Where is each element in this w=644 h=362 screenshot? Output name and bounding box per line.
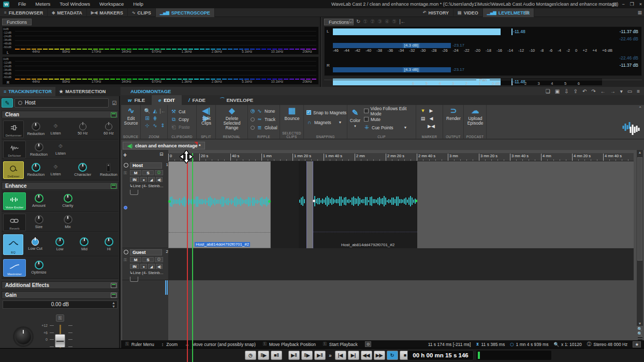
tab-master-section[interactable]: ★MASTERSECTION (55, 87, 109, 96)
guest-track-lane[interactable] (168, 248, 634, 280)
eq-mid-knob[interactable]: Mid (75, 237, 94, 251)
eq-lowcut-button[interactable]: Low Cut (25, 238, 45, 251)
clip-unselected[interactable]: Host_ab814dd4792f0701_#2 (313, 161, 417, 248)
go-start-button[interactable]: |◀ (335, 351, 346, 360)
track-select-icon[interactable] (124, 163, 128, 168)
time-ruler[interactable]: 020 s40 s1 mn1 mn 20 s1 mn 40 s2 mn2 mn … (168, 153, 634, 161)
timecode-button[interactable]: ◷ (245, 351, 256, 360)
trim-icon[interactable] (130, 277, 138, 282)
marker-list-icon[interactable]: ▤ (419, 116, 427, 124)
track-name[interactable]: Guest (130, 249, 162, 255)
effects-button[interactable]: ⏣ (155, 257, 163, 262)
reverb-tile[interactable]: Reverb (3, 214, 26, 231)
lm-toolbar-icon[interactable]: ↻ (356, 19, 360, 24)
rewind-button[interactable]: ◀◀ (361, 351, 372, 360)
window-icon[interactable] (111, 283, 116, 288)
snap-to-magnets-checkbox[interactable]: Snap to Magnets (306, 109, 346, 116)
clip-label[interactable]: Host_ab814dd4792f0701_#2 (341, 243, 394, 247)
selection-range-value[interactable]: 11 s 174 ms [-211 ms] (428, 342, 471, 347)
dehummer-tile[interactable]: DeHummer (3, 120, 24, 138)
speaker-icon[interactable]: ◀) (156, 264, 163, 269)
clip-label[interactable]: Host_ab814dd4792f0701_#2 (195, 242, 250, 247)
zoom-factor[interactable]: 🔍x 1: 10120 (553, 342, 581, 347)
quick-icon[interactable]: ← (601, 88, 606, 94)
marker-next-icon[interactable]: ▶ (427, 108, 435, 116)
clip-fragment[interactable] (299, 161, 306, 248)
window-icon[interactable] (111, 112, 116, 117)
window-close-icon[interactable]: × (639, 0, 642, 8)
record-icon[interactable]: ● (140, 264, 147, 269)
lock-icon[interactable]: ⚿ (124, 171, 127, 176)
pan-knob[interactable] (14, 328, 32, 345)
lm-toolbar-icon[interactable]: ② (370, 19, 375, 24)
dehummer-60hz-button[interactable]: 60 Hz (99, 123, 119, 135)
deesser-reduction-knob[interactable]: Reduction (26, 163, 46, 177)
mute-checkbox[interactable]: Mute (364, 116, 416, 123)
quick-icon[interactable]: ↷ (591, 88, 595, 94)
tab-spectroscope[interactable]: ▁▄▆SPECTROSCOPE (156, 8, 215, 17)
zoom-clip-icon[interactable]: ◭ (151, 108, 159, 115)
quick-icon[interactable]: ⇪ (574, 88, 578, 94)
window-icon[interactable] (111, 293, 116, 298)
zoom-selection-icon[interactable]: 🔍 (143, 108, 151, 115)
clip-handle[interactable] (313, 200, 315, 202)
track-select-icon[interactable] (124, 250, 128, 254)
clip-handle[interactable] (168, 200, 171, 203)
section-additional-effects[interactable]: Additional Effects (2, 281, 119, 289)
gain-fader-handle[interactable] (55, 334, 65, 348)
trim-icon[interactable] (130, 190, 138, 195)
video-follows-edit-checkbox[interactable]: Video Follows Edit Mode (364, 108, 416, 114)
zoom-fit-icon[interactable]: ⊞ (143, 115, 151, 123)
montage-document-tab[interactable]: ◀)clean and enhance montage * (123, 142, 205, 149)
delete-selected-range-button[interactable]: ◆Delete Selected Range (217, 107, 246, 130)
quick-icon[interactable]: ▭ (627, 88, 632, 94)
tab-history[interactable]: ↶HISTORY (419, 8, 453, 17)
monitor-icon[interactable]: ◢ (148, 177, 155, 182)
star-icon[interactable]: ★ (633, 341, 641, 348)
playback-cursor[interactable] (192, 153, 193, 362)
zoom-wave-icon[interactable]: ∿ (151, 123, 159, 130)
marker-drop-icon[interactable]: ▼ (419, 108, 427, 116)
spectroscope-functions-button[interactable]: Functions (2, 19, 32, 25)
ripple-none-radio[interactable]: ∿None (251, 108, 277, 114)
quick-icon[interactable]: ▣ (555, 88, 560, 94)
window-minimize-icon[interactable]: − (622, 0, 624, 8)
dehummer-listen-button[interactable]: ⯑Listen (46, 123, 65, 135)
maximizer-tile[interactable]: Maximizer (3, 259, 26, 277)
upload-episode-button[interactable]: ☁Upload Episode (466, 107, 485, 126)
audio-format[interactable]: ⓘStereo 48 000 Hz (587, 341, 628, 348)
window-maximize-icon[interactable]: ❐ (630, 0, 634, 8)
deesser-character-knob[interactable]: Character (73, 163, 93, 177)
forward-button[interactable]: ▶▶ (374, 351, 385, 360)
quick-icon[interactable]: ⇩ (564, 88, 568, 94)
stop-at-button[interactable]: ■‖ (271, 351, 282, 360)
input-device-label[interactable]: ↳Line (4- Steinb... (129, 184, 163, 188)
quick-icon[interactable]: ▾ (620, 88, 623, 94)
panel-options-icon[interactable]: ▦ (637, 10, 642, 15)
menu-workspace[interactable]: Workspace (95, 0, 128, 8)
menu-file[interactable]: File (13, 0, 31, 8)
monitor-icon[interactable]: ◢ (148, 264, 155, 269)
eq-hi-knob[interactable]: Hi (99, 237, 119, 251)
ribbon-collapse-chevron[interactable]: ⌃ (638, 106, 642, 111)
play-from-button[interactable]: ‖▶ (258, 351, 269, 360)
lm-toolbar-icon[interactable]: ⑤ (392, 19, 397, 24)
lm-toolbar-icon[interactable]: |← (399, 19, 406, 24)
tab-track-inspector[interactable]: ≡TRACKINSPECTOR (0, 87, 55, 96)
track-panel-icon[interactable]: ⊟ (159, 152, 164, 157)
clip-selected[interactable]: Host_ab814dd4792f0701_#2 (168, 161, 271, 248)
lm-toolbar-icon[interactable]: ④ (385, 19, 389, 24)
tab-filebrowser[interactable]: ≡FILEBROWSER (0, 8, 48, 17)
routing-checkbox-icon[interactable]: ☑ (110, 100, 119, 106)
edit-cursor[interactable] (187, 153, 188, 362)
lm-toolbar-icon[interactable]: ③ (377, 19, 382, 24)
clip-color-button[interactable]: ✎Color▼ (348, 109, 362, 129)
input-button[interactable]: IN (130, 177, 139, 182)
track-name[interactable]: Host (130, 162, 162, 169)
ribbon-tab-file[interactable]: wFILE (121, 95, 152, 105)
section-gain[interactable]: Gain (2, 291, 119, 299)
mute-button[interactable]: M (130, 257, 141, 262)
transport-more-label[interactable]: » (327, 353, 333, 358)
cursor-position[interactable]: ⧗11 s 385 ms (476, 341, 505, 347)
menu-meters[interactable]: Meters (31, 0, 55, 8)
